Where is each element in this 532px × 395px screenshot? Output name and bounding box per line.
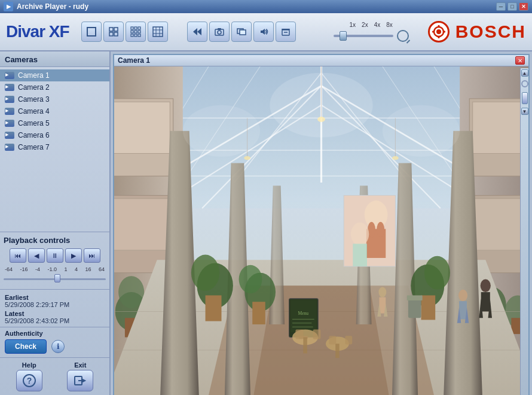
close-button[interactable]: ✕	[519, 2, 528, 11]
camera-icon-7	[5, 144, 14, 151]
camera-item-5[interactable]: Camera 5	[0, 117, 109, 129]
svg-rect-122	[481, 292, 490, 311]
camera-icon-2	[5, 84, 14, 91]
scroll-down-button[interactable]: ▼	[521, 108, 528, 115]
zoom-labels: 1x 2x 4x 8x	[350, 22, 393, 28]
svg-rect-98	[291, 300, 317, 332]
svg-rect-61	[114, 102, 170, 153]
sidebar: Cameras Camera 1 Camera 2 Camera 3 Camer…	[0, 51, 111, 395]
zoom-slider-track[interactable]	[334, 35, 393, 37]
camera-item-3[interactable]: Camera 3	[0, 93, 109, 105]
earliest-value: 5/29/2008 2:29:17 PM	[5, 301, 105, 308]
bosch-text: BOSCH	[455, 22, 526, 42]
camera-item-6[interactable]: Camera 6	[0, 129, 109, 141]
svg-point-140	[183, 105, 260, 157]
camera-icon-3	[5, 96, 14, 103]
camera-item-7[interactable]: Camera 7	[0, 141, 109, 152]
svg-point-105	[365, 200, 388, 229]
camera-item-2[interactable]: Camera 2	[0, 81, 109, 93]
bosch-logo-area: BOSCH	[428, 21, 526, 42]
svg-marker-19	[193, 28, 197, 35]
authenticity-section: Authenticity Check ℹ	[0, 327, 109, 357]
camera-view-title: Camera 1	[118, 56, 150, 65]
svg-rect-32	[438, 25, 439, 28]
svg-rect-112	[303, 338, 307, 354]
svg-point-139	[270, 73, 372, 138]
snapshot-button[interactable]	[209, 22, 230, 42]
scroll-thumb[interactable]	[522, 92, 528, 104]
exit-block: Exit	[56, 361, 105, 391]
help-block: Help ?	[5, 361, 54, 391]
search-icon[interactable]	[397, 30, 409, 42]
minimize-button[interactable]: ─	[496, 2, 506, 11]
camera-icon-4	[5, 108, 14, 115]
step-back-button[interactable]	[187, 22, 207, 42]
zoom-controls: 1x 2x 4x 8x	[334, 22, 409, 42]
maximize-button[interactable]: □	[507, 2, 517, 11]
svg-rect-11	[131, 34, 133, 37]
title-bar-icon: ▶	[4, 2, 13, 11]
fast-forward-button[interactable]: ⏭	[84, 248, 100, 263]
svg-rect-1	[109, 28, 113, 31]
camera-item-4[interactable]: Camera 4	[0, 105, 109, 117]
svg-rect-33	[438, 36, 439, 38]
svg-rect-6	[134, 27, 137, 29]
layout-grid3-button[interactable]	[126, 22, 146, 42]
svg-rect-8	[131, 31, 133, 33]
fast-rewind-button[interactable]: ⏮	[10, 248, 26, 263]
exit-label: Exit	[74, 361, 86, 369]
camera-vertical-scrollbar: ▲ ▼	[520, 68, 528, 395]
camera-view-close-button[interactable]: ✕	[515, 56, 525, 65]
exit-button[interactable]	[67, 370, 93, 391]
svg-rect-110	[353, 244, 367, 266]
title-bar-text: Archive Player - rudy	[17, 2, 496, 11]
svg-rect-90	[206, 295, 222, 321]
speed-thumb[interactable]	[54, 274, 60, 282]
svg-point-109	[351, 223, 369, 246]
camera-item-1[interactable]: Camera 1	[0, 69, 109, 81]
latest-label: Latest	[5, 310, 105, 317]
svg-rect-35	[443, 31, 445, 33]
authenticity-title: Authenticity	[5, 330, 105, 337]
speed-labels: -64 -16 -4 -1.0 1 4 16 64	[4, 266, 106, 272]
layout-single-button[interactable]	[81, 22, 102, 42]
svg-marker-26	[261, 29, 265, 35]
toolbar: Divar XF	[0, 13, 532, 51]
camera-image: Menu	[114, 66, 528, 395]
rewind-button[interactable]: ◀	[28, 248, 45, 263]
svg-point-125	[458, 290, 467, 301]
svg-text:?: ?	[26, 376, 32, 385]
layout-buttons-group	[81, 22, 168, 42]
svg-point-95	[424, 256, 450, 290]
play-button[interactable]: ▶	[65, 248, 82, 263]
layout-grid4-button[interactable]	[148, 22, 168, 42]
svg-rect-7	[138, 27, 140, 29]
audio-button[interactable]	[253, 22, 274, 42]
playback-section: Playback controls ⏮ ◀ ⏸ ▶ ⏭ -64 -16 -4 -…	[0, 232, 109, 289]
layout-quad-button[interactable]	[103, 22, 124, 42]
camera-view-header: Camera 1 ✕	[114, 55, 528, 66]
info-button[interactable]: ℹ	[51, 340, 65, 353]
svg-rect-12	[134, 34, 137, 37]
scroll-circle	[521, 80, 528, 87]
svg-text:Menu: Menu	[298, 311, 309, 316]
svg-point-141	[383, 105, 460, 157]
help-label: Help	[22, 361, 36, 369]
check-button[interactable]: Check	[5, 339, 47, 354]
svg-rect-118	[345, 336, 352, 344]
help-button[interactable]: ?	[16, 370, 42, 391]
content-area: Camera 1 ✕	[111, 51, 532, 395]
speed-slider[interactable]	[4, 274, 106, 283]
svg-point-136	[244, 156, 250, 160]
bosch-logo-icon	[428, 21, 450, 42]
svg-rect-13	[138, 34, 140, 37]
resize-button[interactable]	[231, 22, 252, 42]
svg-point-89	[191, 255, 219, 291]
pause-button[interactable]: ⏸	[47, 248, 63, 263]
zoom-thumb[interactable]	[340, 31, 347, 41]
svg-rect-63	[114, 199, 170, 250]
svg-point-92	[239, 265, 262, 293]
scroll-up-button[interactable]: ▲	[521, 69, 528, 77]
archive-button[interactable]	[276, 22, 296, 42]
camera-icon-1	[5, 72, 14, 79]
